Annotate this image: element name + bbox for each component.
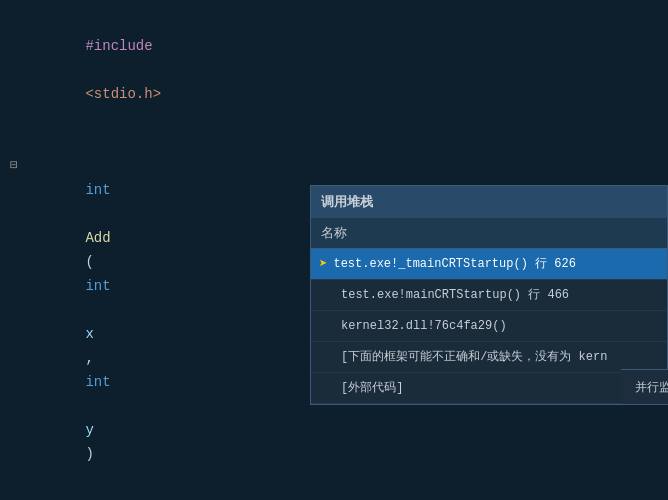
line-indicator-3[interactable]: ⊟ (10, 154, 30, 490)
callstack-arrow-icon-1: ➤ (319, 252, 327, 276)
code-line-4: { (0, 490, 668, 500)
callstack-item-3[interactable]: kernel32.dll!76c4fa29() (311, 311, 667, 342)
code-content-4: { (30, 490, 668, 500)
callstack-title: 调用堆栈 (311, 186, 667, 218)
callstack-item-2[interactable]: test.exe!mainCRTStartup() 行 466 (311, 280, 667, 311)
line-indicator-2 (10, 130, 30, 154)
code-editor: #include <stdio.h> ⊟ int Add ( int x , i… (0, 0, 668, 500)
callstack-panel: 调用堆栈 名称 ➤ test.exe!_tmainCRTStartup() 行 … (310, 185, 668, 405)
code-content-1: #include <stdio.h> (30, 10, 668, 130)
callstack-item-4[interactable]: [下面的框架可能不正确和/或缺失，没有为 kern (311, 342, 667, 373)
callstack-item-text-4: [下面的框架可能不正确和/或缺失，没有为 kern (341, 345, 607, 369)
callstack-item-text-1: test.exe!_tmainCRTStartup() 行 626 (333, 252, 575, 276)
line-indicator-4 (10, 490, 30, 500)
callstack-items-list: ➤ test.exe!_tmainCRTStartup() 行 626 test… (311, 249, 667, 404)
callstack-column-header: 名称 (311, 218, 667, 249)
bottom-tabs: 并行监视 1 调用堆栈 (621, 369, 668, 404)
code-line-1: #include <stdio.h> (0, 10, 668, 130)
callstack-item-text-2: test.exe!mainCRTStartup() 行 466 (341, 283, 569, 307)
callstack-item-1[interactable]: ➤ test.exe!_tmainCRTStartup() 行 626 (311, 249, 667, 280)
callstack-item-text-5: [外部代码] (341, 376, 403, 400)
callstack-item-text-3: kernel32.dll!76c4fa29() (341, 314, 507, 338)
tab-parallel-watch[interactable]: 并行监视 1 (621, 370, 668, 404)
code-content-2 (30, 130, 668, 154)
callstack-item-5[interactable]: [外部代码] (311, 373, 667, 404)
code-line-2 (0, 130, 668, 154)
line-indicator-1 (10, 10, 30, 130)
